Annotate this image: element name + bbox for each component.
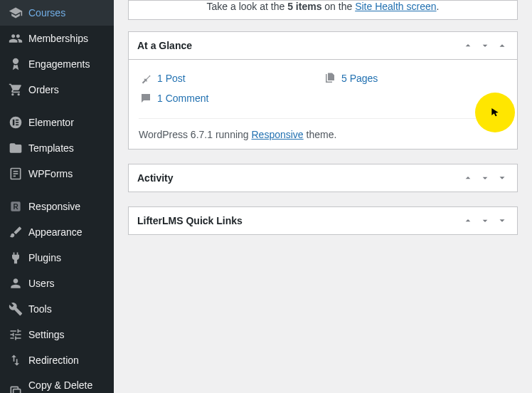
sidebar-item-engagements[interactable]: Engagements	[0, 51, 114, 77]
group-icon	[9, 31, 23, 46]
svg-rect-4	[16, 125, 18, 126]
chevron-up-icon[interactable]	[462, 172, 474, 184]
panel-controls	[462, 172, 509, 184]
glance-posts-link: 1 Post	[157, 73, 186, 84]
svg-rect-2	[16, 120, 18, 121]
user-icon	[9, 276, 23, 290]
chevron-down-icon[interactable]	[479, 39, 491, 52]
sidebar-item-responsive[interactable]: R Responsive	[0, 194, 114, 219]
folder-icon	[9, 141, 23, 155]
sidebar-item-elementor[interactable]: Elementor	[0, 110, 114, 135]
panel-header[interactable]: At a Glance	[129, 32, 517, 60]
sidebar-item-label: Appearance	[28, 226, 83, 239]
panel-header[interactable]: Activity	[129, 164, 517, 192]
responsive-icon: R	[9, 199, 23, 214]
site-health-notice: Take a look at the 5 items on the Site H…	[128, 0, 518, 20]
sidebar-item-copy-delete-posts[interactable]: Copy & Delete Posts	[0, 373, 114, 393]
admin-sidebar: Courses Memberships Engagements Orders E…	[0, 0, 114, 393]
sidebar-item-appearance[interactable]: Appearance	[0, 219, 114, 245]
elementor-icon	[9, 115, 23, 130]
pages-icon	[323, 71, 337, 85]
notice-text-mid: on the	[321, 1, 355, 12]
glance-comments[interactable]: 1 Comment	[139, 88, 507, 108]
lifterlms-panel: LifterLMS Quick Links	[128, 206, 518, 235]
sidebar-item-label: WPForms	[28, 167, 73, 180]
site-health-link[interactable]: Site Health screen	[355, 1, 436, 12]
panel-header[interactable]: LifterLMS Quick Links	[129, 207, 517, 234]
panel-controls	[462, 39, 509, 52]
wp-version-prefix: WordPress 6.7.1 running	[139, 129, 252, 140]
sidebar-item-redirection[interactable]: Redirection	[0, 347, 114, 373]
sidebar-item-label: Engagements	[28, 58, 90, 70]
svg-rect-1	[13, 120, 14, 125]
sidebar-item-tools[interactable]: Tools	[0, 296, 114, 322]
svg-rect-3	[16, 122, 18, 123]
wordpress-version: WordPress 6.7.1 running Responsive theme…	[139, 118, 507, 140]
sidebar-item-label: Plugins	[28, 251, 61, 264]
chevron-down-icon[interactable]	[479, 214, 491, 227]
panel-title: Activity	[137, 172, 462, 184]
at-a-glance-panel: At a Glance 1 Post 5 Pages	[128, 31, 518, 150]
glance-pages[interactable]: 5 Pages	[323, 68, 507, 88]
sidebar-item-memberships[interactable]: Memberships	[0, 26, 114, 51]
sidebar-separator	[0, 103, 114, 110]
sidebar-item-plugins[interactable]: Plugins	[0, 245, 114, 271]
graduation-cap-icon	[9, 6, 23, 20]
glance-posts[interactable]: 1 Post	[139, 68, 323, 88]
panel-title: LifterLMS Quick Links	[137, 215, 462, 226]
pin-icon	[139, 71, 153, 85]
panel-title: At a Glance	[137, 40, 462, 51]
wrench-icon	[9, 302, 23, 316]
svg-text:R: R	[13, 203, 18, 211]
sidebar-item-label: Settings	[28, 328, 65, 341]
sidebar-item-label: Orders	[28, 83, 59, 96]
cart-icon	[9, 83, 23, 97]
svg-rect-11	[14, 389, 21, 393]
sidebar-item-label: Users	[28, 277, 55, 290]
sidebar-item-label: Courses	[28, 6, 65, 19]
panel-controls	[462, 214, 509, 227]
sidebar-item-wpforms[interactable]: WPForms	[0, 161, 114, 187]
wp-version-suffix: theme.	[304, 129, 337, 140]
sidebar-item-courses[interactable]: Courses	[0, 0, 114, 26]
collapse-up-icon[interactable]	[496, 39, 509, 52]
notice-item-count: 5 items	[287, 1, 321, 12]
main-content: Take a look at the 5 items on the Site H…	[114, 0, 532, 393]
expand-down-icon[interactable]	[496, 214, 509, 227]
sidebar-item-label: Redirection	[28, 354, 79, 367]
expand-down-icon[interactable]	[496, 172, 509, 184]
comment-icon	[139, 91, 153, 105]
sidebar-item-label: Memberships	[28, 32, 88, 45]
chevron-down-icon[interactable]	[479, 172, 491, 184]
sidebar-item-label: Copy & Delete Posts	[28, 379, 105, 393]
sidebar-item-templates[interactable]: Templates	[0, 135, 114, 161]
chevron-up-icon[interactable]	[462, 39, 474, 52]
plug-icon	[9, 251, 23, 265]
activity-panel: Activity	[128, 164, 518, 192]
sliders-icon	[9, 328, 23, 342]
notice-text-prefix: Take a look at the	[207, 1, 288, 12]
sidebar-item-label: Tools	[28, 303, 52, 315]
sidebar-separator	[0, 187, 114, 194]
sidebar-item-settings[interactable]: Settings	[0, 322, 114, 347]
sidebar-item-orders[interactable]: Orders	[0, 77, 114, 103]
glance-comments-link: 1 Comment	[157, 93, 208, 104]
theme-link[interactable]: Responsive	[252, 129, 304, 140]
chevron-up-icon[interactable]	[462, 214, 474, 227]
award-icon	[9, 57, 23, 71]
redirect-icon	[9, 353, 23, 367]
sidebar-item-label: Templates	[28, 142, 74, 154]
form-icon	[9, 167, 23, 181]
sidebar-item-users[interactable]: Users	[0, 271, 114, 296]
notice-text-suffix: .	[437, 1, 440, 12]
panel-body: 1 Post 5 Pages 1 Comment WordPress 6.7.1…	[129, 60, 517, 149]
brush-icon	[9, 225, 23, 239]
sidebar-item-label: Elementor	[28, 116, 74, 129]
sidebar-item-label: Responsive	[28, 200, 80, 213]
glance-pages-link: 5 Pages	[341, 73, 378, 84]
copy-icon	[9, 384, 23, 393]
